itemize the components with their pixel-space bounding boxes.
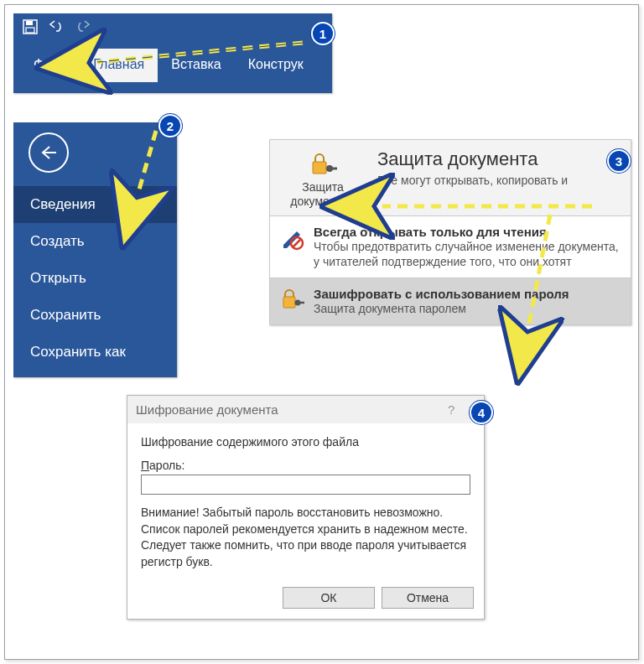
lock-key-small-icon xyxy=(280,287,305,310)
cancel-button[interactable]: Отмена xyxy=(382,587,474,609)
tab-home[interactable]: Главная xyxy=(80,49,158,82)
protect-option-encrypt-title: Зашифровать с использованием пароля xyxy=(314,287,569,301)
protect-option-encrypt[interactable]: Зашифровать с использованием пароля Защи… xyxy=(270,278,631,324)
protect-option-readonly-title: Всегда открывать только для чтения xyxy=(314,225,622,239)
quick-access-toolbar xyxy=(13,13,332,35)
svg-rect-2 xyxy=(26,28,34,33)
save-icon[interactable] xyxy=(22,18,39,35)
protect-button-label-2: документа xyxy=(290,195,347,208)
backstage-item-saveas[interactable]: Сохранить как xyxy=(13,334,177,371)
undo-icon[interactable] xyxy=(47,20,65,34)
backstage-menu: Сведения Создать Открыть Сохранить Сохра… xyxy=(13,122,177,377)
svg-point-8 xyxy=(295,299,301,305)
ribbon: Файл Главная Вставка Конструк xyxy=(13,13,332,93)
backstage-item-open[interactable]: Открыть xyxy=(13,260,177,297)
backstage-item-save[interactable]: Сохранить xyxy=(13,297,177,334)
dialog-warning: Внимание! Забытый пароль восстановить не… xyxy=(141,505,470,570)
svg-rect-7 xyxy=(283,297,295,308)
dialog-titlebar: Шифрование документа ? × xyxy=(127,396,484,423)
step-badge-4: 4 xyxy=(470,401,493,424)
tab-design[interactable]: Конструк xyxy=(235,49,307,82)
password-input[interactable] xyxy=(141,475,470,495)
step-badge-1: 1 xyxy=(311,22,335,45)
step-badge-3: 3 xyxy=(607,149,631,173)
protect-title: Защита документа xyxy=(377,148,568,170)
ok-button[interactable]: ОК xyxy=(283,587,375,609)
back-button[interactable] xyxy=(29,132,69,173)
svg-point-4 xyxy=(326,165,333,172)
protect-subtitle: Все могут открывать, копировать и xyxy=(377,174,568,187)
step-badge-2: 2 xyxy=(158,114,182,137)
protect-option-encrypt-desc: Защита документа паролем xyxy=(314,301,569,316)
protect-document-button[interactable]: Защита документа xyxy=(270,140,376,215)
help-icon[interactable]: ? xyxy=(448,402,454,417)
protect-option-readonly[interactable]: Всегда открывать только для чтения Чтобы… xyxy=(270,215,631,278)
tab-file[interactable]: Файл xyxy=(20,49,80,82)
protect-option-readonly-desc: Чтобы предотвратить случайное изменение … xyxy=(314,239,622,269)
ribbon-tabs: Файл Главная Вставка Конструк xyxy=(13,35,332,82)
svg-rect-1 xyxy=(26,21,33,25)
backstage-item-info[interactable]: Сведения xyxy=(13,186,177,223)
dialog-heading: Шифрование содержимого этого файла xyxy=(141,435,470,449)
tab-insert[interactable]: Вставка xyxy=(158,49,234,82)
protect-document-panel: Защита документа Защита документа Все мо… xyxy=(269,139,631,325)
page-frame: Файл Главная Вставка Конструк Сведения С… xyxy=(4,4,639,660)
pen-forbid-icon xyxy=(280,225,305,252)
encrypt-dialog: Шифрование документа ? × Шифрование соде… xyxy=(127,395,485,620)
dialog-title-text: Шифрование документа xyxy=(136,402,278,417)
lock-key-icon xyxy=(273,150,372,180)
protect-button-label-1: Защита xyxy=(302,180,344,194)
backstage-item-new[interactable]: Создать xyxy=(13,223,177,260)
password-label: Пароль: xyxy=(141,459,470,472)
redo-icon[interactable] xyxy=(74,20,92,34)
svg-rect-3 xyxy=(313,162,326,174)
